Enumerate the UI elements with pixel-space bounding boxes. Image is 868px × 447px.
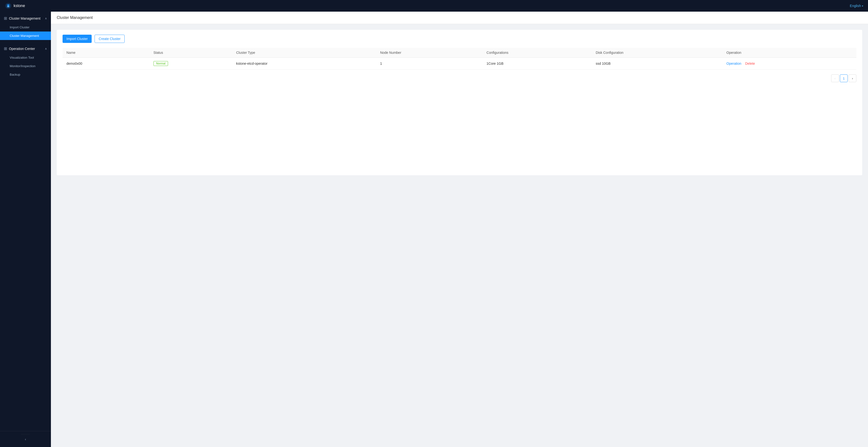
row-disk-configuration: ssd 10GB xyxy=(592,58,722,70)
sidebar-group-header-operation-center[interactable]: ⊞ Operation Center ∧ xyxy=(0,44,51,53)
pagination: ‹ 1 › xyxy=(63,74,856,82)
pagination-page-1-button[interactable]: 1 xyxy=(840,74,848,82)
import-cluster-button[interactable]: Import Cluster xyxy=(63,35,92,43)
sidebar-item-cluster-management[interactable]: Cluster Management xyxy=(0,32,51,40)
sidebar-item-backup[interactable]: Backup xyxy=(0,70,51,79)
col-node-number: Node Number xyxy=(376,48,483,58)
col-configurations: Configurations xyxy=(483,48,592,58)
logo-area: kstone xyxy=(5,2,25,9)
create-cluster-button[interactable]: Create Cluster xyxy=(95,35,125,43)
sidebar-item-visualization-tool[interactable]: Visualization Tool xyxy=(0,53,51,62)
sidebar: ⊞ Cluster Management ∧ Import Cluster Cl… xyxy=(0,12,51,447)
table-header-row: Name Status Cluster Type Node Number Con… xyxy=(63,48,856,58)
table-row: demo0x00 Normal kstone-etcd-operator 1 1… xyxy=(63,58,856,70)
sidebar-collapse-button[interactable]: ‹ xyxy=(21,434,30,444)
language-label: English xyxy=(850,4,861,8)
toolbar: Import Cluster Create Cluster xyxy=(63,35,856,43)
operation-center-arrow-icon: ∧ xyxy=(45,47,47,51)
pagination-next-button[interactable]: › xyxy=(848,74,856,82)
content-area: Cluster Management Import Cluster Create… xyxy=(51,12,868,447)
sidebar-group-label-cluster-management: Cluster Management xyxy=(9,17,40,20)
col-cluster-type: Cluster Type xyxy=(232,48,376,58)
sidebar-group-label-operation-center: Operation Center xyxy=(9,47,35,51)
row-cluster-type: kstone-etcd-operator xyxy=(232,58,376,70)
row-name: demo0x00 xyxy=(63,58,150,70)
logo-text: kstone xyxy=(13,4,25,8)
sidebar-group-cluster-management: ⊞ Cluster Management ∧ Import Cluster Cl… xyxy=(0,12,51,42)
cluster-management-arrow-icon: ∧ xyxy=(45,17,47,20)
operation-action-link[interactable]: Operation xyxy=(726,62,741,65)
language-arrow-icon: ▾ xyxy=(862,5,863,7)
language-selector[interactable]: English ▾ xyxy=(850,4,863,8)
operation-center-group-icon: ⊞ xyxy=(4,46,7,51)
cluster-table: Name Status Cluster Type Node Number Con… xyxy=(63,48,856,70)
pagination-prev-button[interactable]: ‹ xyxy=(831,74,839,82)
delete-action-link[interactable]: Delete xyxy=(745,62,755,65)
top-header: kstone English ▾ xyxy=(0,0,868,12)
col-operation: Operation xyxy=(722,48,856,58)
cluster-management-group-icon: ⊞ xyxy=(4,16,7,21)
row-node-number: 1 xyxy=(376,58,483,70)
row-configurations: 1Core 1GB xyxy=(483,58,592,70)
sidebar-item-import-cluster[interactable]: Import Cluster xyxy=(0,23,51,32)
col-name: Name xyxy=(63,48,150,58)
sidebar-group-operation-center: ⊞ Operation Center ∧ Visualization Tool … xyxy=(0,42,51,81)
kstone-logo-icon xyxy=(5,2,12,9)
row-operation-actions: Operation Delete xyxy=(722,58,856,70)
main-layout: ⊞ Cluster Management ∧ Import Cluster Cl… xyxy=(0,12,868,447)
content-card: Import Cluster Create Cluster Name Statu… xyxy=(57,30,862,175)
sidebar-group-header-cluster-management[interactable]: ⊞ Cluster Management ∧ xyxy=(0,13,51,23)
page-title: Cluster Management xyxy=(57,15,93,20)
content-body: Import Cluster Create Cluster Name Statu… xyxy=(51,24,868,447)
status-badge: Normal xyxy=(153,61,168,66)
content-header: Cluster Management xyxy=(51,12,868,24)
col-disk-configuration: Disk Configuration xyxy=(592,48,722,58)
sidebar-item-monitor-inspection[interactable]: Monitor/Inspection xyxy=(0,62,51,70)
row-status: Normal xyxy=(150,58,232,70)
col-status: Status xyxy=(150,48,232,58)
sidebar-bottom: ‹ xyxy=(0,431,51,447)
